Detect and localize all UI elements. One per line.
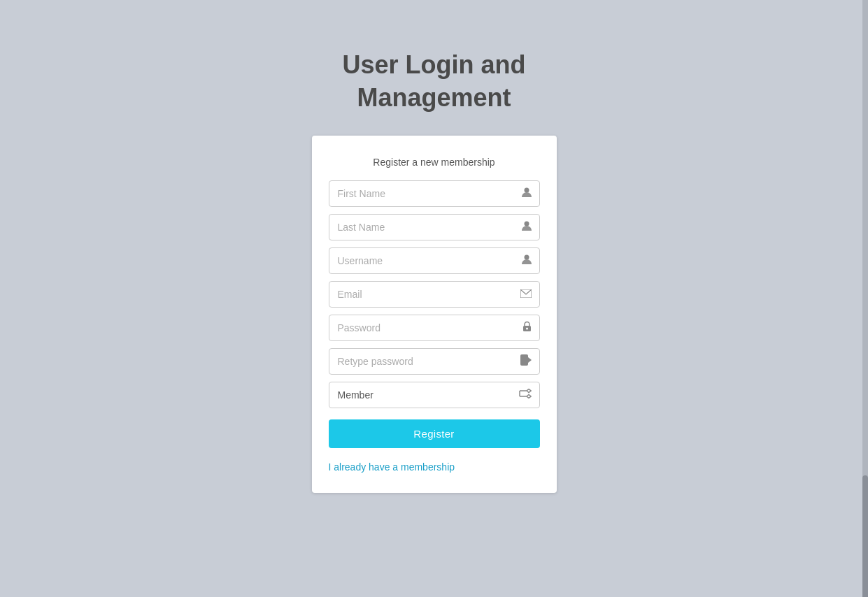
first-name-group <box>329 180 540 207</box>
first-name-input[interactable] <box>329 180 540 207</box>
email-group <box>329 281 540 308</box>
email-input[interactable] <box>329 281 540 308</box>
login-link[interactable]: I already have a membership <box>329 461 455 473</box>
last-name-input[interactable] <box>329 214 540 240</box>
registration-card: Register a new membership <box>312 136 557 493</box>
username-group <box>329 247 540 274</box>
password-input[interactable] <box>329 315 540 341</box>
username-input[interactable] <box>329 247 540 274</box>
card-subtitle: Register a new membership <box>329 157 540 168</box>
scrollbar[interactable] <box>862 0 868 597</box>
retype-password-input[interactable] <box>329 348 540 375</box>
role-group: Member Admin <box>329 382 540 408</box>
retype-password-group <box>329 348 540 375</box>
page-title: User Login and Management <box>342 49 525 115</box>
scrollbar-thumb[interactable] <box>862 475 868 597</box>
register-button[interactable]: Register <box>329 419 540 448</box>
password-group <box>329 315 540 341</box>
last-name-group <box>329 214 540 240</box>
role-select[interactable]: Member Admin <box>329 382 540 408</box>
